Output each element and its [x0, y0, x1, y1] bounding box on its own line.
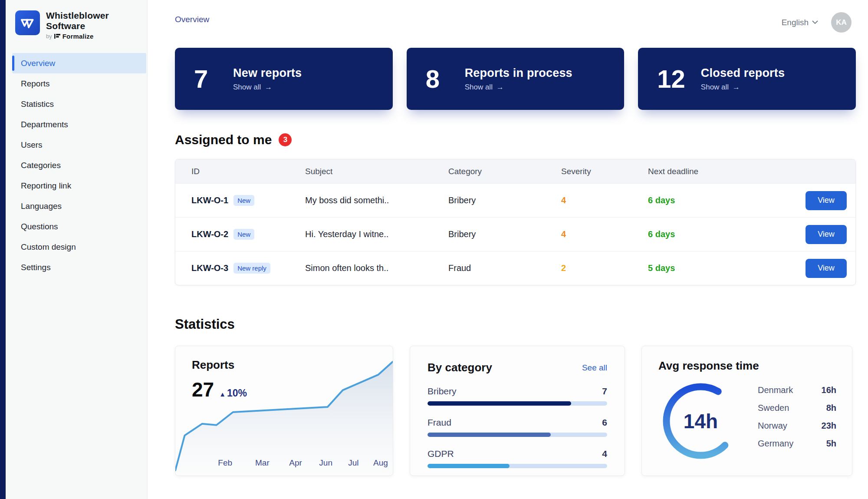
sidebar-item-label: Users	[21, 140, 43, 149]
sidebar-item-custom-design[interactable]: Custom design	[12, 237, 146, 257]
category-bar-track	[427, 464, 607, 468]
category-label: GDPR	[427, 449, 454, 459]
sidebar-item-categories[interactable]: Categories	[12, 155, 146, 175]
report-category: Bribery	[448, 229, 561, 239]
show-all-link[interactable]: Show all →	[701, 83, 785, 92]
sidebar-item-reporting-link[interactable]: Reporting link	[12, 175, 146, 196]
assigned-table-header: IDSubjectCategorySeverityNext deadline	[175, 159, 855, 183]
sidebar-item-label: Reporting link	[21, 181, 71, 190]
left-rail	[0, 0, 6, 499]
country-label: Denmark	[758, 385, 793, 395]
sidebar-item-label: Categories	[21, 161, 61, 170]
country-value: 23h	[822, 421, 836, 431]
response-country-row-norway: Norway 23h	[758, 417, 839, 435]
summary-card-closed-reports[interactable]: 12 Closed reports Show all →	[638, 48, 856, 110]
summary-card-reports-in-process[interactable]: 8 Reports in process Show all →	[407, 48, 625, 110]
summary-card-value: 8	[426, 64, 449, 93]
reports-trend-title: Reports	[192, 358, 247, 372]
summary-card-value: 12	[657, 64, 685, 93]
report-severity: 2	[561, 263, 648, 273]
category-value: 6	[602, 417, 607, 428]
sidebar-item-label: Overview	[21, 59, 55, 68]
byline-prefix: by	[46, 33, 52, 40]
x-axis-label: Jul	[348, 458, 358, 468]
sidebar-item-statistics[interactable]: Statistics	[12, 94, 146, 114]
breadcrumb[interactable]: Overview	[175, 15, 209, 24]
response-country-row-sweden: Sweden 8h	[758, 399, 839, 417]
category-bar-row-fraud: Fraud 6	[427, 417, 607, 437]
app-window: Whistleblower Software by Formalize Over…	[0, 0, 868, 499]
statistics-title: Statistics	[175, 317, 856, 332]
sidebar-item-languages[interactable]: Languages	[12, 196, 146, 216]
brand-text: Whistleblower Software by Formalize	[46, 10, 109, 40]
view-button[interactable]: View	[806, 259, 847, 278]
sidebar: Whistleblower Software by Formalize Over…	[6, 0, 148, 499]
sidebar-item-overview[interactable]: Overview	[12, 53, 146, 73]
show-all-link[interactable]: Show all →	[233, 83, 302, 92]
chevron-down-icon	[812, 20, 818, 24]
language-selector[interactable]: English	[782, 18, 818, 27]
sidebar-item-departments[interactable]: Departments	[12, 114, 146, 135]
by-category-card: By category See all Bribery 7 Fraud 6 GD…	[410, 346, 625, 476]
sidebar-item-label: Reports	[21, 79, 50, 88]
assigned-title: Assigned to me	[175, 132, 272, 147]
category-label: Fraud	[427, 417, 451, 428]
summary-card-title: Reports in process	[465, 66, 572, 80]
view-button[interactable]: View	[806, 191, 847, 210]
response-country-list: Denmark 16h Sweden 8h Norway 23h Germany…	[758, 381, 839, 463]
response-gauge: 14h	[658, 379, 743, 463]
w-mark-icon	[19, 14, 36, 32]
sidebar-item-label: Languages	[21, 202, 62, 211]
country-label: Norway	[758, 421, 787, 431]
see-all-link[interactable]: See all	[582, 363, 607, 373]
sidebar-item-label: Settings	[21, 263, 51, 272]
brand-logo: Whistleblower Software by Formalize	[6, 0, 147, 40]
report-subject: Hi. Yesterday I witne..	[305, 229, 448, 239]
arrow-right-icon: →	[496, 83, 504, 91]
x-axis-label: Mar	[255, 458, 270, 468]
brand-name-line2: Software	[46, 21, 109, 31]
summary-card-title: New reports	[233, 66, 302, 80]
category-bar-track	[427, 433, 607, 437]
column-header-severity: Severity	[561, 167, 648, 176]
table-row: LKW-O-1 New My boss did somethi.. Briber…	[175, 183, 855, 217]
category-bar-track	[427, 401, 607, 406]
status-badge: New	[233, 195, 254, 206]
response-country-row-germany: Germany 5h	[758, 435, 839, 453]
sidebar-item-settings[interactable]: Settings	[12, 257, 146, 278]
summary-card-value: 7	[194, 64, 217, 93]
report-id: LKW-O-2 New	[191, 229, 305, 240]
table-row: LKW-O-2 New Hi. Yesterday I witne.. Brib…	[175, 217, 855, 251]
report-category: Fraud	[448, 263, 561, 273]
topbar-controls: English KA	[782, 12, 852, 33]
sidebar-item-questions[interactable]: Questions	[12, 216, 146, 237]
summary-card-title: Closed reports	[701, 66, 785, 80]
sidebar-nav: OverviewReportsStatisticsDepartmentsUser…	[6, 53, 147, 278]
report-deadline: 6 days	[648, 229, 781, 239]
category-bar-fill	[427, 464, 510, 468]
summary-card-new-reports[interactable]: 7 New reports Show all →	[175, 48, 393, 110]
topbar: Overview English KA	[175, 15, 856, 48]
assigned-table-body: LKW-O-1 New My boss did somethi.. Briber…	[175, 183, 855, 285]
sidebar-item-label: Questions	[21, 222, 58, 231]
trend-x-axis-labels: FebMarAprJunJulAug	[175, 458, 393, 469]
category-value: 4	[602, 449, 607, 459]
status-badge: New reply	[233, 263, 270, 274]
view-button[interactable]: View	[806, 225, 847, 244]
avatar[interactable]: KA	[831, 12, 852, 33]
show-all-link[interactable]: Show all →	[465, 83, 572, 92]
table-row: LKW-O-3 New reply Simon often looks th..…	[175, 251, 855, 285]
brand-logo-icon	[15, 10, 40, 35]
status-badge: New	[233, 229, 254, 240]
x-axis-label: Feb	[218, 458, 232, 468]
by-category-header: By category See all	[427, 361, 607, 374]
assigned-count-badge: 3	[279, 133, 292, 146]
summary-card-info: New reports Show all →	[233, 66, 302, 92]
column-header-subject: Subject	[305, 167, 448, 176]
reports-trend-summary: Reports 27 ▲10%	[192, 358, 247, 401]
category-value: 7	[602, 386, 607, 397]
avg-response-body: 14h Denmark 16h Sweden 8h Norway 23h Ger…	[658, 379, 839, 463]
sidebar-item-users[interactable]: Users	[12, 135, 146, 155]
formalize-icon	[54, 33, 60, 39]
sidebar-item-reports[interactable]: Reports	[12, 73, 146, 94]
